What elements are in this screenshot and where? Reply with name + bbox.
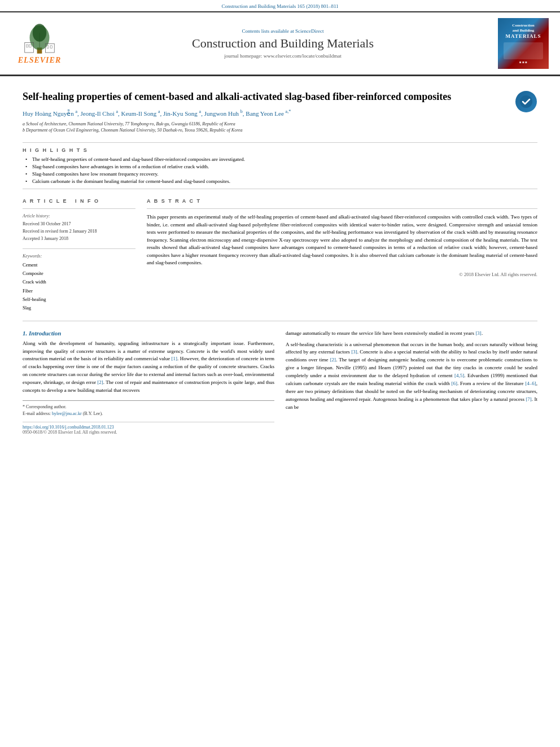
issn-notice: 0950-0618/© 2018 Elsevier Ltd. All right… xyxy=(23,430,274,435)
svg-point-10 xyxy=(520,95,532,108)
article-info-col: A R T I C L E I N F O Article history: R… xyxy=(23,194,135,312)
keyword-self-healing: Self-healing xyxy=(23,295,135,304)
abstract-col: A B S T R A C T This paper presents an e… xyxy=(147,194,537,312)
article-dates: Received 30 October 2017 Received in rev… xyxy=(23,221,135,242)
journal-citation: Construction and Building Materials 165 … xyxy=(0,0,560,12)
elsevier-logo: ELSEVIER xyxy=(11,22,68,65)
footer-section: https://doi.org/10.1016/j.conbuildmat.20… xyxy=(23,422,274,435)
ref-2b: [2] xyxy=(330,357,336,362)
article-info-label: A R T I C L E I N F O xyxy=(23,198,135,204)
ref-4-6: [4–6] xyxy=(525,381,536,386)
sciencedirect-text: Contents lists available at ScienceDirec… xyxy=(68,28,498,34)
highlights-label: H I G H L I G H T S xyxy=(23,147,537,153)
accepted-date: Accepted 3 January 2018 xyxy=(23,235,135,243)
journal-info: Contents lists available at ScienceDirec… xyxy=(68,28,498,59)
article-title-section: Self-healing properties of cement-based … xyxy=(23,90,537,137)
svg-point-3 xyxy=(33,24,47,42)
elsevier-tree-icon xyxy=(20,22,59,56)
ref-3b: [3] xyxy=(351,349,357,355)
check-icon xyxy=(519,95,533,108)
svg-rect-6 xyxy=(26,45,28,47)
doi-link: https://doi.org/10.1016/j.conbuildmat.20… xyxy=(23,425,274,430)
footnote-corresponding: * Corresponding author. xyxy=(23,404,274,410)
intro-para3: A self-healing characteristic is a unive… xyxy=(286,341,537,412)
authors-line: Huy Hoàng Nguyễn a, Jeong-Il Choi a, Keu… xyxy=(23,109,506,117)
keyword-slag: Slag xyxy=(23,304,135,312)
keywords-list: Cement Composite Crack width Fiber Self-… xyxy=(23,261,135,313)
highlight-item: Slag-based composites have low resonant … xyxy=(25,171,537,177)
body-section: 1. Introduction Along with the developme… xyxy=(23,330,537,435)
main-content: Self-healing properties of cement-based … xyxy=(0,76,560,440)
keywords-section: Keywords: Cement Composite Crack width F… xyxy=(23,254,135,313)
body-col-left: 1. Introduction Along with the developme… xyxy=(23,330,274,435)
elsevier-name: ELSEVIER xyxy=(18,56,61,65)
keywords-label: Keywords: xyxy=(23,254,135,259)
divider-article-info xyxy=(23,208,135,209)
check-for-updates-badge xyxy=(515,90,537,113)
abstract-label: A B S T R A C T xyxy=(147,198,537,204)
divider-below-abstract xyxy=(23,321,537,321)
body-col-right: damage automatically to ensure the servi… xyxy=(286,330,537,435)
revised-date: Received in revised form 2 January 2018 xyxy=(23,228,135,235)
highlight-item: Slag-based composites have advantages in… xyxy=(25,164,537,169)
history-label: Article history: xyxy=(23,213,135,219)
ref-3a: [3] xyxy=(475,330,482,336)
cover-title: Construction xyxy=(506,23,541,28)
footnote-section: * Corresponding author. E-mail address: … xyxy=(23,400,274,417)
body-two-col: 1. Introduction Along with the developme… xyxy=(23,330,537,435)
divider-after-authors xyxy=(23,142,537,143)
highlights-list: The self-healing properties of cement-ba… xyxy=(23,156,537,184)
email-address: bylee@jnu.ac.kr xyxy=(52,411,82,416)
footnote-email: E-mail address: bylee@jnu.ac.kr (B.Y. Le… xyxy=(23,410,274,417)
article-title: Self-healing properties of cement-based … xyxy=(23,90,506,103)
journal-title: Construction and Building Materials xyxy=(68,36,498,51)
email-label: E-mail address: xyxy=(23,411,51,416)
divider-below-highlights xyxy=(23,189,537,189)
ref-6: [6] xyxy=(452,381,458,386)
copyright-notice: © 2018 Elsevier Ltd. All rights reserved… xyxy=(147,272,537,277)
ref-4-5: [4,5] xyxy=(454,373,464,378)
ref-2: [2] xyxy=(97,379,103,385)
email-name: (B.Y. Lee). xyxy=(83,411,103,416)
intro-para2: damage automatically to ensure the servi… xyxy=(286,330,537,338)
keyword-cement: Cement xyxy=(23,261,135,269)
citation-text: Construction and Building Materials 165 … xyxy=(221,3,338,9)
highlight-item: The self-healing properties of cement-ba… xyxy=(25,156,537,162)
divider-abstract xyxy=(147,208,537,209)
highlight-item: Calcium carbonate is the dominant healin… xyxy=(25,178,537,184)
journal-homepage: journal homepage: www.elsevier.com/locat… xyxy=(68,53,498,59)
check-updates-icon xyxy=(515,91,537,112)
article-info-abstract: A R T I C L E I N F O Article history: R… xyxy=(23,194,537,312)
journal-header: ELSEVIER Contents lists available at Sci… xyxy=(0,12,560,76)
intro-heading: 1. Introduction xyxy=(23,330,274,337)
ref-7: [7] xyxy=(526,396,532,402)
keyword-fiber: Fiber xyxy=(23,287,135,295)
received-date: Received 30 October 2017 xyxy=(23,221,135,228)
cover-title-2: and Building xyxy=(506,28,541,33)
cover-materials: MATERialS xyxy=(506,33,541,40)
divider-keywords xyxy=(23,248,135,249)
abstract-text: This paper presents an experimental stud… xyxy=(147,213,537,267)
affiliations: a School of Architecture, Chonnam Nation… xyxy=(23,121,506,133)
keyword-composite: Composite xyxy=(23,269,135,278)
ref-1: [1] xyxy=(172,356,178,361)
svg-rect-7 xyxy=(29,45,32,47)
article-title-wrapper: Self-healing properties of cement-based … xyxy=(23,90,506,137)
keyword-crack-width: Crack width xyxy=(23,278,135,286)
svg-rect-8 xyxy=(47,46,49,48)
svg-rect-9 xyxy=(50,46,53,48)
journal-cover-image: Construction and Building MATERialS ■ ■ … xyxy=(498,18,549,69)
intro-para1: Along with the development of humanity, … xyxy=(23,340,274,395)
affiliation-b: b Department of Ocean Civil Engineering,… xyxy=(23,127,506,133)
affiliation-a: a School of Architecture, Chonnam Nation… xyxy=(23,121,506,127)
